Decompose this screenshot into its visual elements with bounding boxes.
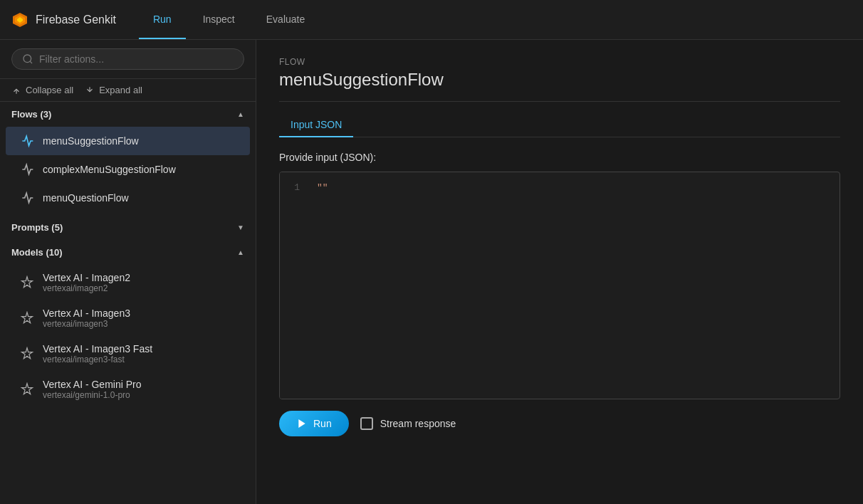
search-input-wrap[interactable]: [11, 48, 244, 70]
flow-icon: [20, 134, 34, 148]
flows-section-items: menuSuggestionFlow complexMenuSuggestion…: [0, 127, 256, 215]
flow-icon-3: [20, 191, 34, 205]
divider: [279, 101, 840, 102]
line-numbers: 1: [280, 172, 308, 399]
sidebar-content: Flows (3) menuSuggestionFlow complexMenu…: [0, 102, 256, 504]
flow-item-name-1: complexMenuSuggestionFlow: [43, 164, 176, 175]
prompts-section-title: Prompts (5): [11, 222, 63, 233]
action-bar: Run Stream response: [279, 411, 840, 436]
line-number-1: 1: [291, 181, 300, 196]
search-input[interactable]: [39, 53, 234, 65]
sidebar-item-vertexai-imagen3[interactable]: Vertex AI - Imagen3 vertexai/imagen3: [6, 300, 250, 336]
sidebar: Collapse all Expand all Flows (3): [0, 40, 256, 504]
models-section-header[interactable]: Models (10): [0, 240, 256, 265]
models-chevron-icon: [237, 248, 244, 256]
run-button[interactable]: Run: [279, 411, 349, 436]
models-section-title: Models (10): [11, 247, 63, 258]
nav-tab-run[interactable]: Run: [139, 0, 186, 39]
model-item-3: Vertex AI - Gemini Pro vertexai/gemini-1…: [43, 379, 142, 400]
expand-icon: [85, 85, 95, 95]
collapse-icon: [11, 85, 21, 95]
logo-area: Firebase Genkit: [11, 11, 116, 28]
input-label: Provide input (JSON):: [279, 152, 840, 163]
flow-item-name-2: menuQuestionFlow: [43, 192, 129, 204]
sidebar-search-area: [0, 40, 256, 79]
model-star-icon-3: [20, 382, 34, 397]
resize-handle-icon[interactable]: [831, 390, 840, 399]
sidebar-item-vertexai-imagen3-fast[interactable]: Vertex AI - Imagen3 Fast vertexai/imagen…: [6, 336, 250, 372]
main-layout: Collapse all Expand all Flows (3): [0, 40, 863, 504]
play-icon: [296, 418, 308, 429]
stream-response-wrap[interactable]: Stream response: [360, 417, 456, 430]
logo-text: Firebase Genkit: [36, 14, 116, 26]
page-label: Flow: [279, 57, 840, 67]
stream-checkbox[interactable]: [360, 417, 373, 430]
model-star-icon-2: [20, 347, 34, 361]
collapse-all-button[interactable]: Collapse all: [11, 85, 73, 95]
prompts-section-header[interactable]: Prompts (5): [0, 215, 256, 240]
tab-input-json[interactable]: Input JSON: [279, 113, 353, 137]
search-icon: [22, 53, 33, 65]
json-editor[interactable]: 1: [279, 172, 840, 399]
model-item-0: Vertex AI - Imagen2 vertexai/imagen2: [43, 272, 130, 293]
nav-tab-inspect[interactable]: Inspect: [189, 0, 249, 39]
models-section-items: Vertex AI - Imagen2 vertexai/imagen2 Ver…: [0, 265, 256, 410]
stream-label: Stream response: [380, 418, 456, 429]
sidebar-controls: Collapse all Expand all: [0, 79, 256, 102]
flows-section-title: Flows (3): [11, 109, 51, 120]
main-content: Flow menuSuggestionFlow Input JSON Provi…: [256, 40, 863, 504]
svg-line-4: [30, 61, 32, 63]
flow-icon-2: [20, 162, 34, 177]
sidebar-item-menuQuestionFlow[interactable]: menuQuestionFlow: [6, 184, 250, 212]
nav-tabs: Run Inspect Evaluate: [139, 0, 319, 39]
flows-section-header[interactable]: Flows (3): [0, 102, 256, 127]
model-item-2: Vertex AI - Imagen3 Fast vertexai/imagen…: [43, 343, 152, 364]
sidebar-item-complexMenuSuggestionFlow[interactable]: complexMenuSuggestionFlow: [6, 155, 250, 184]
sidebar-item-menuSuggestionFlow[interactable]: menuSuggestionFlow: [6, 127, 250, 155]
svg-point-3: [23, 55, 31, 63]
logo-icon: [11, 11, 28, 28]
expand-all-button[interactable]: Expand all: [85, 85, 142, 95]
nav-tab-evaluate[interactable]: Evaluate: [252, 0, 319, 39]
flow-item-name-0: menuSuggestionFlow: [43, 135, 139, 147]
svg-marker-7: [298, 419, 305, 428]
sidebar-item-vertexai-gemini-pro[interactable]: Vertex AI - Gemini Pro vertexai/gemini-1…: [6, 372, 250, 407]
prompts-chevron-icon: [237, 224, 244, 231]
page-title: menuSuggestionFlow: [279, 70, 840, 90]
flows-chevron-icon: [237, 110, 244, 118]
model-star-icon-0: [20, 275, 34, 290]
sidebar-item-vertexai-imagen2[interactable]: Vertex AI - Imagen2 vertexai/imagen2: [6, 265, 250, 300]
top-nav: Firebase Genkit Run Inspect Evaluate: [0, 0, 863, 40]
tab-bar: Input JSON: [279, 113, 840, 137]
model-item-1: Vertex AI - Imagen3 vertexai/imagen3: [43, 308, 130, 329]
model-star-icon-1: [20, 311, 34, 325]
json-textarea[interactable]: [308, 172, 840, 399]
